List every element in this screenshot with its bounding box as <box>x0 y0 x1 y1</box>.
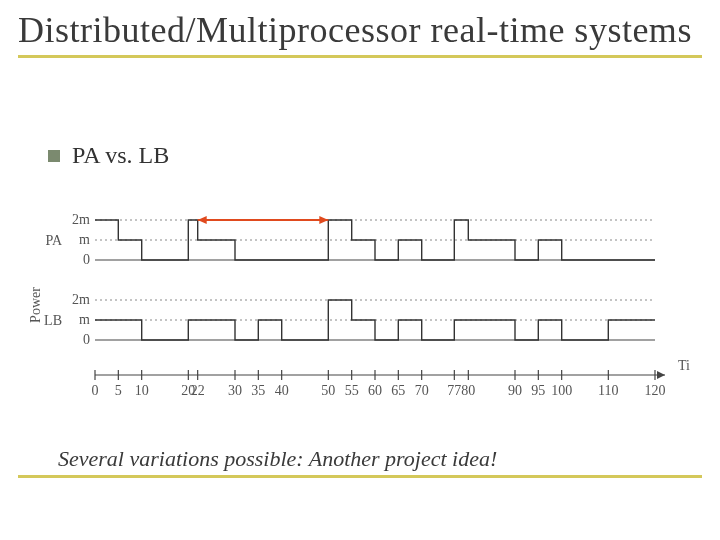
title-underline: Distributed/Multiprocessor real-time sys… <box>18 10 702 58</box>
pa-ytick-2m: 2m <box>72 212 90 227</box>
bullet-row: PA vs. LB <box>48 142 169 169</box>
time-tick-label: 95 <box>531 383 545 398</box>
time-tick-label: 55 <box>345 383 359 398</box>
time-tick-label: 110 <box>598 383 618 398</box>
pa-ytick-m: m <box>79 232 90 247</box>
time-ticks: 0510202230354050556065707780909510011012… <box>92 370 666 398</box>
time-tick-label: 77 <box>447 383 461 398</box>
page-title: Distributed/Multiprocessor real-time sys… <box>18 10 702 51</box>
footer-underline <box>18 475 702 478</box>
time-tick-label: 120 <box>645 383 666 398</box>
lb-ytick-2m: 2m <box>72 292 90 307</box>
lb-row-label: LB <box>44 313 62 328</box>
time-tick-label: 80 <box>461 383 475 398</box>
power-axis-label: Power <box>30 287 43 323</box>
time-tick-label: 100 <box>551 383 572 398</box>
svg-marker-1 <box>198 216 207 224</box>
bullet-text: PA vs. LB <box>72 142 169 169</box>
time-tick-label: 90 <box>508 383 522 398</box>
pa-ytick-0: 0 <box>83 252 90 267</box>
power-time-chart: Power PA 2m m 0 LB 2m m 0 Time 051020223… <box>30 190 690 420</box>
slide: Distributed/Multiprocessor real-time sys… <box>0 0 720 540</box>
lb-ytick-m: m <box>79 312 90 327</box>
idle-arrow-annotation <box>198 216 329 224</box>
time-tick-label: 5 <box>115 383 122 398</box>
time-tick-label: 10 <box>135 383 149 398</box>
footer-text: Several variations possible: Another pro… <box>58 446 497 472</box>
pa-row-label: PA <box>45 233 63 248</box>
time-tick-label: 60 <box>368 383 382 398</box>
square-bullet-icon <box>48 150 60 162</box>
time-tick-label: 50 <box>321 383 335 398</box>
time-tick-label: 65 <box>391 383 405 398</box>
time-tick-label: 30 <box>228 383 242 398</box>
time-tick-label: 35 <box>251 383 265 398</box>
title-block: Distributed/Multiprocessor real-time sys… <box>18 10 702 58</box>
lb-ytick-0: 0 <box>83 332 90 347</box>
time-axis-label: Time <box>678 358 690 373</box>
time-tick-label: 40 <box>275 383 289 398</box>
time-tick-label: 22 <box>191 383 205 398</box>
time-tick-label: 0 <box>92 383 99 398</box>
time-axis-arrow-icon <box>657 371 665 379</box>
time-tick-label: 70 <box>415 383 429 398</box>
svg-marker-2 <box>319 216 328 224</box>
